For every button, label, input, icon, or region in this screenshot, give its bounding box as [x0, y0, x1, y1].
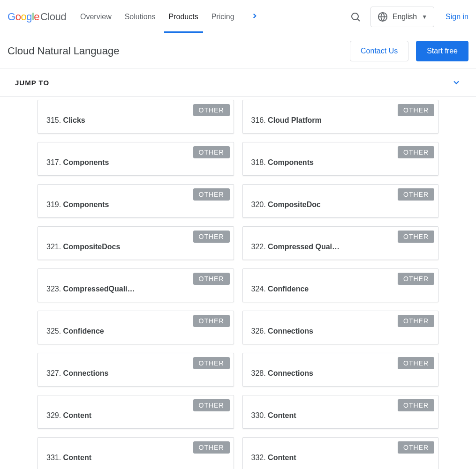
entity-card[interactable]: OTHER316. Cloud Platform: [242, 100, 439, 134]
nav-solutions[interactable]: Solutions: [125, 1, 156, 32]
entity-type-badge: OTHER: [193, 146, 230, 158]
entity-title: 330. Content: [251, 411, 383, 420]
entity-number: 317.: [46, 158, 63, 166]
chevron-down-icon: [452, 78, 461, 87]
entity-name: Content: [268, 454, 296, 462]
entity-name: Clicks: [63, 116, 85, 124]
entity-card[interactable]: OTHER326. Connections: [242, 311, 439, 344]
entity-title: 325. Confidence: [46, 327, 178, 335]
entity-type-badge: OTHER: [398, 231, 434, 243]
entity-title: 332. Content: [251, 454, 383, 462]
entity-number: 316.: [251, 116, 268, 124]
entity-grid: OTHER315. ClicksOTHER316. Cloud Platform…: [38, 100, 438, 469]
entity-name: Connections: [63, 369, 109, 377]
start-free-button[interactable]: Start free: [416, 41, 468, 61]
entity-number: 318.: [251, 158, 268, 166]
entity-type-badge: OTHER: [398, 104, 434, 116]
entity-card[interactable]: OTHER319. Components: [38, 184, 234, 218]
entity-type-badge: OTHER: [193, 231, 230, 243]
entity-type-badge: OTHER: [193, 357, 230, 369]
entity-card[interactable]: OTHER317. Components: [38, 142, 234, 176]
entity-number: 315.: [46, 116, 63, 124]
entity-type-badge: OTHER: [193, 399, 230, 411]
jump-to-label: JUMP TO: [15, 79, 49, 87]
nav-products[interactable]: Products: [169, 1, 198, 32]
entity-title: 316. Cloud Platform: [251, 116, 383, 125]
entity-card[interactable]: OTHER328. Connections: [242, 353, 439, 387]
search-icon[interactable]: [350, 11, 361, 22]
entity-type-badge: OTHER: [398, 441, 434, 454]
entity-name: Content: [268, 411, 296, 419]
entity-number: 323.: [46, 285, 63, 293]
entity-name: Compressed Qual…: [268, 243, 340, 251]
entity-number: 330.: [251, 411, 268, 419]
nav-overview[interactable]: Overview: [80, 1, 112, 32]
entity-name: CompositeDocs: [63, 243, 121, 251]
top-nav: Google Cloud Overview Solutions Products…: [0, 0, 476, 34]
entity-name: Connections: [268, 369, 313, 377]
language-selector[interactable]: English ▼: [370, 7, 434, 27]
entity-name: CompositeDoc: [268, 201, 321, 208]
entity-card[interactable]: OTHER318. Components: [242, 142, 439, 176]
entity-card[interactable]: OTHER323. CompressedQuali…: [38, 268, 234, 302]
entity-name: Content: [63, 411, 91, 419]
entity-type-badge: OTHER: [398, 315, 434, 327]
entity-title: 326. Connections: [251, 327, 383, 335]
entity-title: 329. Content: [46, 411, 178, 420]
entity-type-badge: OTHER: [398, 188, 434, 201]
entity-card[interactable]: OTHER320. CompositeDoc: [242, 184, 439, 218]
entity-type-badge: OTHER: [193, 273, 230, 285]
svg-line-1: [357, 19, 360, 22]
google-cloud-logo[interactable]: Google Cloud: [8, 11, 66, 23]
entity-number: 329.: [46, 411, 63, 419]
entity-type-badge: OTHER: [398, 273, 434, 285]
svg-point-0: [352, 13, 358, 20]
entity-card[interactable]: OTHER324. Confidence: [242, 268, 439, 302]
entity-number: 322.: [251, 243, 268, 251]
chevron-right-icon[interactable]: [248, 12, 262, 22]
entity-number: 328.: [251, 369, 268, 377]
entity-number: 319.: [46, 201, 63, 208]
entity-number: 321.: [46, 243, 63, 251]
sub-actions: Contact Us Start free: [350, 41, 468, 61]
entity-card[interactable]: OTHER322. Compressed Qual…: [242, 226, 439, 260]
entity-title: 321. CompositeDocs: [46, 243, 178, 251]
entity-title: 328. Connections: [251, 369, 383, 378]
entity-type-badge: OTHER: [193, 188, 230, 201]
nav-pricing[interactable]: Pricing: [212, 1, 234, 32]
nav-links: Overview Solutions Products Pricing: [80, 1, 262, 32]
globe-icon: [378, 12, 388, 22]
entity-number: 331.: [46, 454, 63, 462]
entity-number: 324.: [251, 285, 268, 293]
entity-name: CompressedQuali…: [63, 285, 135, 293]
entity-type-badge: OTHER: [193, 315, 230, 327]
entity-title: 322. Compressed Qual…: [251, 243, 383, 251]
entity-card[interactable]: OTHER331. Content: [38, 437, 234, 469]
entity-card[interactable]: OTHER321. CompositeDocs: [38, 226, 234, 260]
entity-name: Connections: [268, 327, 313, 335]
entity-name: Confidence: [268, 285, 309, 293]
entity-number: 332.: [251, 454, 268, 462]
entity-title: 315. Clicks: [46, 116, 178, 125]
entity-title: 324. Confidence: [251, 285, 383, 293]
entity-title: 318. Components: [251, 158, 383, 167]
sign-in-link[interactable]: Sign in: [446, 13, 468, 21]
entity-number: 327.: [46, 369, 63, 377]
entity-card[interactable]: OTHER327. Connections: [38, 353, 234, 387]
entity-type-badge: OTHER: [193, 104, 230, 116]
entity-name: Components: [268, 158, 314, 166]
entity-card[interactable]: OTHER329. Content: [38, 395, 234, 429]
entity-card[interactable]: OTHER325. Confidence: [38, 311, 234, 344]
entity-title: 331. Content: [46, 454, 178, 462]
entity-card[interactable]: OTHER332. Content: [242, 437, 439, 469]
logo-cloud-text: Cloud: [40, 11, 66, 23]
content-area: OTHER315. ClicksOTHER316. Cloud Platform…: [0, 100, 476, 469]
entity-title: 320. CompositeDoc: [251, 201, 383, 209]
entity-number: 326.: [251, 327, 268, 335]
entity-card[interactable]: OTHER330. Content: [242, 395, 439, 429]
entity-card[interactable]: OTHER315. Clicks: [38, 100, 234, 134]
entity-type-badge: OTHER: [398, 357, 434, 369]
jump-to-bar[interactable]: JUMP TO: [0, 68, 476, 97]
entity-name: Components: [63, 201, 109, 208]
contact-us-button[interactable]: Contact Us: [350, 41, 408, 61]
